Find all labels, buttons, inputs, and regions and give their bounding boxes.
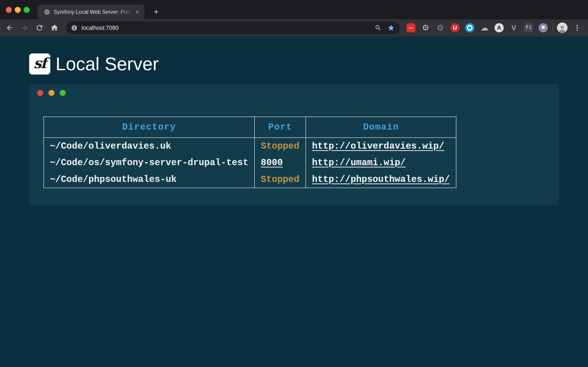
column-header-domain: Domain bbox=[306, 117, 456, 138]
port-cell: Stopped bbox=[254, 138, 306, 154]
bookmark-star-button[interactable] bbox=[387, 24, 395, 32]
extension-button-4[interactable]: U bbox=[450, 22, 460, 33]
magnifier-icon bbox=[375, 24, 382, 31]
avatar-icon bbox=[558, 24, 567, 33]
window-zoom-button[interactable] bbox=[24, 7, 30, 13]
site-info-button[interactable] bbox=[71, 25, 78, 31]
terminal-orange-dot-icon bbox=[48, 90, 54, 96]
window-close-button[interactable] bbox=[6, 7, 12, 13]
kebab-menu-icon bbox=[573, 24, 581, 31]
column-header-port: Port bbox=[254, 117, 306, 138]
letter-v-extension-icon: V bbox=[511, 24, 516, 31]
forward-button[interactable] bbox=[19, 22, 30, 33]
browser-menu-button[interactable] bbox=[572, 22, 583, 33]
table-row: ~/Code/phpsouthwales-uk Stopped http://p… bbox=[44, 171, 456, 188]
address-bar[interactable]: localhost:7080 bbox=[66, 21, 400, 34]
directory-cell: ~/Code/os/symfony-server-drupal-test bbox=[44, 154, 254, 171]
ublock-extension-icon: U bbox=[450, 23, 460, 32]
tab-title: Symfony Local Web Server: Prox bbox=[54, 9, 133, 15]
octocat-extension-icon bbox=[539, 23, 548, 32]
port-status: Stopped bbox=[261, 141, 299, 151]
reload-button[interactable] bbox=[34, 22, 45, 33]
table-header-row: Directory Port Domain bbox=[44, 117, 456, 138]
brand-header: sf Local Server bbox=[29, 53, 559, 75]
toolbar-separator bbox=[552, 23, 553, 32]
port-cell: Stopped bbox=[254, 171, 306, 188]
extension-button-5[interactable] bbox=[464, 22, 475, 33]
tab-strip: Symfony Local Web Server: Prox × + bbox=[0, 0, 588, 19]
zoom-indicator-button[interactable] bbox=[375, 24, 382, 31]
terminal-window-dots bbox=[29, 84, 559, 96]
extension-button-9[interactable]: fl bbox=[523, 22, 534, 33]
port-cell: 8000 bbox=[254, 154, 306, 171]
extensions-bar: ••• ⚙ ⚙ U ☁ A V fl bbox=[405, 22, 549, 33]
page-title: Local Server bbox=[56, 53, 159, 75]
directory-cell: ~/Code/phpsouthwales-uk bbox=[44, 171, 254, 188]
window-minimize-button[interactable] bbox=[15, 7, 21, 13]
reload-icon bbox=[35, 24, 44, 32]
tab-close-button[interactable]: × bbox=[133, 8, 142, 16]
terminal-green-dot-icon bbox=[60, 90, 66, 96]
domain-link[interactable]: http://phpsouthwales.wip/ bbox=[312, 174, 450, 185]
back-arrow-icon bbox=[6, 24, 14, 32]
table-row: ~/Code/os/symfony-server-drupal-test 800… bbox=[44, 154, 456, 171]
table-row: ~/Code/oliverdavies.uk Stopped http://ol… bbox=[44, 138, 456, 154]
back-button[interactable] bbox=[4, 22, 15, 33]
page-content: sf Local Server Directory Port Domain bbox=[0, 36, 588, 367]
extension-button-10[interactable] bbox=[538, 22, 549, 33]
domain-cell: http://phpsouthwales.wip/ bbox=[306, 171, 456, 188]
letter-a-extension-icon: A bbox=[494, 23, 504, 32]
url-text[interactable]: localhost:7080 bbox=[82, 25, 375, 31]
new-tab-button[interactable]: + bbox=[150, 6, 162, 17]
directory-cell: ~/Code/oliverdavies.uk bbox=[44, 138, 254, 154]
info-icon bbox=[71, 25, 78, 31]
gear-icon: ⚙ bbox=[422, 24, 429, 32]
dark-gear-icon: ⚙ bbox=[437, 24, 444, 32]
home-button[interactable] bbox=[49, 22, 60, 33]
extension-button-8[interactable]: V bbox=[508, 22, 519, 33]
extension-button-3[interactable]: ⚙ bbox=[435, 22, 446, 33]
domain-link[interactable]: http://oliverdavies.wip/ bbox=[312, 141, 444, 151]
window-controls bbox=[6, 7, 30, 13]
extension-button-6[interactable]: ☁ bbox=[479, 22, 490, 33]
blue-ring-extension-icon bbox=[465, 23, 474, 32]
browser-tab[interactable]: Symfony Local Web Server: Prox × bbox=[37, 5, 145, 19]
profile-avatar-button[interactable] bbox=[557, 23, 568, 33]
terminal-panel: Directory Port Domain ~/Code/oliverdavie… bbox=[29, 84, 559, 205]
column-header-directory: Directory bbox=[44, 117, 254, 138]
star-icon bbox=[387, 24, 395, 32]
browser-window: Symfony Local Web Server: Prox × + local… bbox=[0, 0, 588, 367]
domain-link[interactable]: http://umami.wip/ bbox=[312, 158, 406, 168]
symfony-logo: sf bbox=[29, 53, 50, 75]
red-dots-extension-icon: ••• bbox=[406, 23, 415, 32]
cloud-icon: ☁ bbox=[480, 24, 489, 32]
port-link[interactable]: 8000 bbox=[261, 158, 283, 168]
port-status: Stopped bbox=[261, 174, 299, 185]
domain-cell: http://oliverdavies.wip/ bbox=[306, 138, 456, 154]
terminal-red-dot-icon bbox=[37, 90, 43, 96]
servers-table: Directory Port Domain ~/Code/oliverdavie… bbox=[43, 117, 456, 188]
domain-cell: http://umami.wip/ bbox=[306, 154, 456, 171]
extension-button-1[interactable]: ••• bbox=[405, 22, 416, 33]
extension-button-7[interactable]: A bbox=[493, 22, 505, 33]
browser-toolbar: localhost:7080 ••• ⚙ ⚙ U bbox=[0, 19, 588, 36]
extension-button-2[interactable]: ⚙ bbox=[420, 22, 431, 33]
dark-square-extension-icon: fl bbox=[524, 23, 533, 32]
home-icon bbox=[50, 24, 59, 32]
globe-favicon-icon bbox=[44, 9, 50, 15]
forward-arrow-icon bbox=[20, 24, 29, 32]
